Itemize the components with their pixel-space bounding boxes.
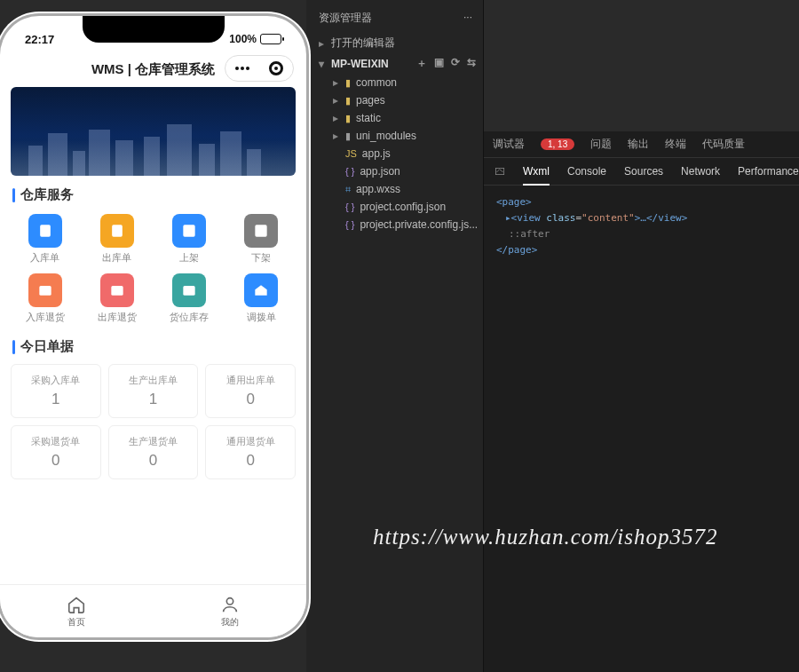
capsule-menu-icon[interactable] [235, 67, 249, 70]
file-app-wxss[interactable]: ⌗app.wxss [306, 180, 483, 198]
service-bin-stock[interactable]: 货位库存 [155, 272, 224, 326]
home-icon [67, 595, 86, 614]
element-select-icon[interactable]: ⮹ [494, 165, 505, 178]
section-services-title: 仓库服务 [12, 186, 296, 203]
outbound-return-icon [100, 273, 134, 307]
bin-stock-icon [172, 273, 206, 307]
subtab-sources[interactable]: Sources [624, 165, 663, 178]
devtools-panel: 调试器 1, 13 问题 输出 终端 代码质量 ⮹ Wxml Console S… [484, 131, 799, 672]
putaway-icon [172, 214, 206, 248]
service-outbound[interactable]: 出库单 [83, 212, 151, 266]
battery-percent: 100% [229, 33, 257, 45]
card-general-return[interactable]: 通用退货单0 [205, 425, 296, 479]
app-header: WMS | 仓库管理系统 [0, 51, 306, 87]
service-inbound-return[interactable]: 入库退货 [11, 272, 79, 326]
status-time: 22:17 [25, 33, 54, 46]
collapse-icon[interactable]: ⇆ [467, 56, 476, 71]
card-general-outbound[interactable]: 通用出库单0 [205, 364, 296, 418]
tab-quality[interactable]: 代码质量 [702, 137, 745, 152]
folder-uni-modules[interactable]: ▸▮uni_modules [306, 127, 483, 145]
tab-home[interactable]: 首页 [0, 585, 154, 637]
service-transfer[interactable]: 调拨单 [227, 272, 296, 326]
service-inbound[interactable]: 入库单 [11, 212, 79, 266]
file-explorer: 资源管理器 ··· ▸打开的编辑器 ▾MP-WEIXIN ＋ ▣ ⟳ ⇆ ▸▮c… [306, 0, 484, 672]
file-project-private[interactable]: { }project.private.config.js... [306, 216, 483, 233]
refresh-icon[interactable]: ⟳ [451, 56, 460, 71]
new-file-icon[interactable]: ＋ [416, 56, 427, 71]
inbound-icon [28, 214, 62, 248]
subtab-console[interactable]: Console [567, 165, 606, 178]
service-takedown[interactable]: 下架 [227, 212, 296, 266]
file-app-js[interactable]: JSapp.js [306, 145, 483, 162]
svg-rect-6 [183, 286, 194, 296]
inbound-return-icon [28, 273, 62, 307]
file-project-config[interactable]: { }project.config.json [306, 198, 483, 216]
app-title: WMS | 仓库管理系统 [91, 61, 215, 78]
phone-frame: 22:17 100% WMS | 仓库管理系统 [0, 16, 306, 637]
folder-common[interactable]: ▸▮common [306, 74, 483, 91]
user-icon [220, 595, 240, 614]
new-folder-icon[interactable]: ▣ [434, 56, 444, 71]
tabbar: 首页 我的 [0, 584, 306, 637]
debug-badge: 1, 13 [541, 138, 574, 150]
tab-debugger[interactable]: 调试器 [493, 137, 525, 152]
services-grid: 入库单 出库单 上架 下架 [11, 212, 296, 326]
tree-open-editors[interactable]: ▸打开的编辑器 [306, 33, 483, 53]
file-app-json[interactable]: { }app.json [306, 162, 483, 180]
takedown-icon [244, 214, 278, 248]
folder-pages[interactable]: ▸▮pages [306, 91, 483, 109]
explorer-more-icon[interactable]: ··· [463, 11, 472, 26]
watermark-text: https://www.huzhan.com/ishop3572 [373, 525, 718, 549]
tab-terminal[interactable]: 终端 [665, 137, 686, 152]
tab-output[interactable]: 输出 [628, 137, 649, 152]
svg-rect-0 [40, 225, 51, 236]
service-outbound-return[interactable]: 出库退货 [83, 272, 151, 326]
subtab-wxml[interactable]: Wxml [523, 165, 550, 178]
dom-tree[interactable]: <page> ▸<view class="content">…</view> :… [484, 186, 799, 267]
svg-rect-5 [111, 286, 123, 296]
today-cards: 采购入库单1 生产出库单1 通用出库单0 采购退货单0 生产退货单0 通用退货单… [11, 364, 296, 479]
transfer-icon [244, 273, 278, 307]
card-production-return[interactable]: 生产退货单0 [108, 425, 199, 479]
tab-issues[interactable]: 问题 [590, 137, 612, 152]
explorer-title: 资源管理器 [319, 11, 372, 26]
simulator-area: 22:17 100% WMS | 仓库管理系统 [0, 0, 306, 672]
devtools-sub-tabs: ⮹ Wxml Console Sources Network Performan… [484, 158, 799, 186]
subtab-performance[interactable]: Performance [738, 165, 799, 178]
tab-mine[interactable]: 我的 [154, 585, 307, 637]
svg-rect-1 [112, 225, 123, 236]
card-purchase-return[interactable]: 采购退货单0 [11, 425, 101, 479]
banner-image [11, 87, 296, 176]
tree-project[interactable]: ▾MP-WEIXIN ＋ ▣ ⟳ ⇆ [306, 53, 483, 74]
battery-icon [260, 34, 281, 44]
devtools-top-tabs: 调试器 1, 13 问题 输出 终端 代码质量 [484, 131, 799, 158]
svg-point-7 [226, 597, 233, 604]
capsule-close-icon[interactable] [269, 61, 283, 75]
card-purchase-inbound[interactable]: 采购入库单1 [11, 364, 101, 418]
card-production-outbound[interactable]: 生产出库单1 [108, 364, 199, 418]
svg-rect-4 [39, 286, 51, 296]
mini-program-capsule[interactable] [225, 55, 294, 82]
section-today-title: 今日单据 [12, 338, 296, 355]
phone-notch [83, 16, 225, 43]
service-putaway[interactable]: 上架 [155, 212, 224, 266]
outbound-icon [100, 214, 134, 248]
folder-static[interactable]: ▸▮static [306, 109, 483, 127]
subtab-network[interactable]: Network [681, 165, 720, 178]
